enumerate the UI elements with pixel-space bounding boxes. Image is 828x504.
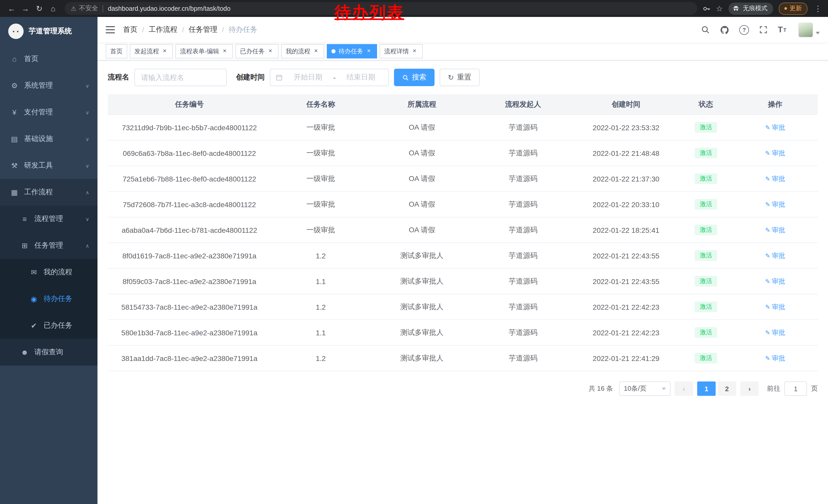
- prev-page-button[interactable]: ‹: [675, 381, 693, 396]
- user-avatar[interactable]: [798, 22, 820, 37]
- approve-link[interactable]: ✎审批: [765, 123, 785, 132]
- sidebar-item-process-management[interactable]: ≡ 流程管理 ∨: [0, 205, 97, 232]
- browser-update-button[interactable]: 更新: [779, 2, 808, 15]
- sidebar-item-workflow[interactable]: ▦ 工作流程 ∧: [0, 179, 97, 205]
- task-table-header-row: 任务编号任务名称所属流程流程发起人创建时间状态操作: [108, 94, 818, 114]
- cell-task-id: a6aba0a4-7b6d-11ec-b781-acde48001122: [108, 217, 271, 243]
- tag-label: 首页: [110, 47, 123, 56]
- browser-home-icon[interactable]: ⌂: [47, 2, 59, 15]
- close-icon[interactable]: ×: [161, 48, 168, 55]
- tag-my-process[interactable]: 我的流程 ×: [281, 44, 324, 58]
- table-row: 73211d9d-7b9b-11ec-b5b7-acde48001122 一级审…: [108, 114, 818, 140]
- tag-todo-tasks[interactable]: 待办任务 ×: [327, 44, 377, 58]
- address-bar[interactable]: ⚠ 不安全 dashboard.yudao.iocoder.cn/bpm/tas…: [65, 2, 697, 15]
- breadcrumb-home[interactable]: 首页: [123, 25, 137, 34]
- column-header-process: 所属流程: [370, 94, 473, 114]
- column-header-create-time: 创建时间: [573, 94, 679, 114]
- approve-link[interactable]: ✎审批: [765, 277, 785, 286]
- bookmark-star-icon[interactable]: ☆: [716, 4, 723, 13]
- page-numbers: 12: [697, 381, 736, 396]
- tag-label: 我的流程: [286, 47, 310, 56]
- cell-process: 测试多审批人: [370, 243, 473, 268]
- status-badge: 激活: [695, 301, 717, 312]
- approve-link[interactable]: ✎审批: [765, 225, 785, 235]
- breadcrumb-task-management[interactable]: 任务管理: [189, 25, 217, 34]
- sidebar-item-system-management[interactable]: ⚙ 系统管理 ∨: [0, 72, 97, 99]
- page-button-2[interactable]: 2: [718, 381, 736, 396]
- sidebar-item-dev-tools[interactable]: ⚒ 研发工具 ∨: [0, 152, 97, 179]
- close-icon[interactable]: ×: [411, 48, 418, 55]
- cell-task-id: 8f059c03-7ac8-11ec-a9e2-a2380e71991a: [108, 268, 271, 294]
- app-logo[interactable]: 芋道管理系统: [0, 17, 97, 46]
- reset-button[interactable]: ↻ 重置: [440, 69, 480, 86]
- close-icon[interactable]: ×: [313, 48, 320, 55]
- sidebar-item-payment-management[interactable]: ¥ 支付管理 ∨: [0, 99, 97, 126]
- cell-task-id: 069c6a63-7b8a-11ec-8ef0-acde48001122: [108, 140, 271, 166]
- tag-done-tasks[interactable]: 已办任务 ×: [236, 44, 279, 58]
- help-icon[interactable]: ?: [739, 25, 749, 35]
- sidebar-toggle-icon[interactable]: [106, 26, 115, 33]
- search-icon: [402, 74, 409, 81]
- browser-reload-icon[interactable]: ↻: [33, 2, 46, 15]
- approve-link[interactable]: ✎审批: [765, 148, 785, 158]
- sidebar-item-leave-query[interactable]: ☻ 请假查询: [0, 339, 97, 366]
- approve-link[interactable]: ✎审批: [765, 354, 785, 363]
- edit-icon: ✎: [765, 175, 770, 182]
- goto-page-input[interactable]: [784, 381, 807, 396]
- cell-task-name: 1.2: [271, 243, 371, 268]
- sidebar-item-label: 我的流程: [44, 268, 72, 277]
- process-name-input[interactable]: [134, 69, 227, 86]
- text-size-icon[interactable]: TT: [778, 25, 786, 34]
- sidebar-item-task-management[interactable]: ⊞ 任务管理 ∧: [0, 232, 97, 259]
- close-icon[interactable]: ×: [267, 48, 274, 55]
- github-icon[interactable]: [720, 25, 730, 35]
- close-icon[interactable]: ×: [365, 48, 372, 55]
- menu-icon: ≡: [20, 215, 29, 223]
- tag-home[interactable]: 首页: [106, 44, 127, 58]
- date-range-picker[interactable]: 开始日期 - 结束日期: [270, 69, 389, 86]
- sidebar-item-done-tasks[interactable]: ✔ 已办任务: [0, 312, 97, 339]
- cell-task-name: 1.2: [271, 345, 371, 371]
- cell-task-name: 一级审批: [271, 114, 371, 140]
- navbar-tools: ? TT: [701, 22, 820, 37]
- tag-process-form-edit[interactable]: 流程表单-编辑 ×: [175, 44, 233, 58]
- cell-task-name: 1.2: [271, 294, 371, 320]
- cell-task-id: 73211d9d-7b9b-11ec-b5b7-acde48001122: [108, 114, 271, 140]
- cell-process: OA 请假: [370, 140, 473, 166]
- incognito-badge[interactable]: 无痕模式: [729, 2, 773, 15]
- incognito-icon: [732, 5, 740, 12]
- approve-link[interactable]: ✎审批: [765, 328, 785, 337]
- page-size-select[interactable]: 10条/页: [619, 381, 670, 396]
- column-header-task-name: 任务名称: [271, 94, 371, 114]
- tag-process-detail[interactable]: 流程详情 ×: [380, 44, 423, 58]
- breadcrumb-workflow[interactable]: 工作流程: [149, 25, 177, 34]
- address-divider: [103, 5, 104, 12]
- approve-link[interactable]: ✎审批: [765, 200, 785, 209]
- cell-create-time: 2022-01-22 18:25:41: [573, 217, 679, 243]
- browser-back-icon[interactable]: ←: [5, 2, 18, 15]
- fullscreen-icon[interactable]: [759, 25, 768, 34]
- table-row: 580e1b3d-7ac8-11ec-a9e2-a2380e71991a 1.1…: [108, 320, 818, 345]
- page-button-1[interactable]: 1: [697, 381, 716, 396]
- password-key-icon[interactable]: [702, 4, 710, 12]
- approve-link[interactable]: ✎审批: [765, 174, 785, 183]
- sidebar-item-todo-tasks[interactable]: ◉ 待办任务: [0, 286, 97, 312]
- approve-link[interactable]: ✎审批: [765, 251, 785, 260]
- sidebar-item-infrastructure[interactable]: ▤ 基础设施 ∨: [0, 126, 97, 152]
- menu-icon: ⚒: [10, 162, 18, 170]
- approve-link[interactable]: ✎审批: [765, 302, 785, 312]
- next-page-button[interactable]: ›: [740, 381, 759, 396]
- sidebar-item-my-process[interactable]: ✉ 我的流程: [0, 259, 97, 286]
- cell-create-time: 2022-01-22 21:48:48: [573, 140, 679, 166]
- edit-icon: ✎: [765, 149, 770, 156]
- sidebar-item-home[interactable]: ⌂ 首页: [0, 46, 97, 72]
- column-header-task-id: 任务编号: [108, 94, 271, 114]
- browser-menu-icon[interactable]: ⋮: [813, 4, 823, 13]
- close-icon[interactable]: ×: [221, 48, 228, 55]
- search-button[interactable]: 搜索: [394, 69, 434, 86]
- search-icon[interactable]: [701, 25, 710, 34]
- tag-start-process[interactable]: 发起流程 ×: [130, 44, 173, 58]
- browser-forward-icon[interactable]: →: [19, 2, 32, 15]
- sidebar-item-label: 工作流程: [24, 188, 53, 197]
- screen: ← → ↻ ⌂ ⚠ 不安全 dashboard.yudao.iocoder.cn…: [0, 0, 828, 504]
